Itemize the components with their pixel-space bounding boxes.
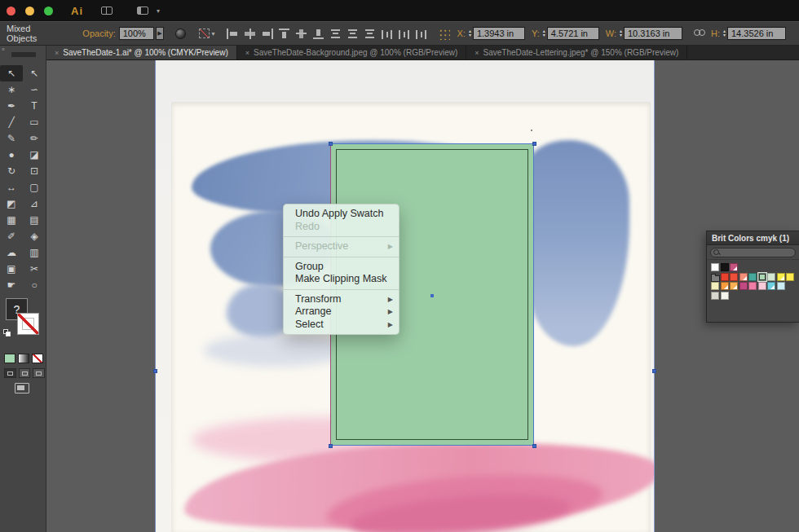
color-swatch[interactable] [786, 273, 794, 281]
color-swatch[interactable] [767, 273, 775, 281]
perspective-grid-tool[interactable]: ⊿ [23, 196, 46, 212]
blob-brush-tool[interactable]: ● [0, 147, 23, 163]
free-transform-tool[interactable]: ▢ [23, 179, 46, 196]
color-swatch[interactable] [721, 282, 729, 290]
color-swatch[interactable] [777, 282, 785, 290]
rotate-tool[interactable]: ↻ [0, 163, 23, 179]
opacity-dropdown-button[interactable]: ▶ [156, 27, 165, 40]
color-swatch[interactable] [758, 282, 766, 290]
h-stepper[interactable]: ▴▾ [723, 29, 726, 37]
window-icon[interactable] [101, 7, 113, 15]
color-swatch[interactable] [739, 282, 748, 290]
stroke-indicator[interactable] [17, 313, 39, 335]
group-menu-item[interactable]: Group [284, 261, 399, 274]
direct-selection-tool[interactable]: ↖ [23, 65, 46, 81]
color-button[interactable] [4, 354, 15, 363]
paintbrush-tool[interactable]: ✎ [0, 130, 23, 147]
width-tool[interactable]: ↔ [0, 179, 23, 196]
panel-grip[interactable] [11, 52, 36, 57]
slice-tool[interactable]: ✂ [23, 261, 46, 277]
gradient-tool[interactable]: ▤ [23, 212, 46, 228]
color-swatch[interactable] [730, 282, 738, 290]
align-horizontal-center-icon[interactable] [244, 29, 256, 39]
distribute-vertical-top-icon[interactable] [329, 29, 342, 39]
select-menu-item[interactable]: Select▶ [284, 319, 399, 332]
arrange-menu-item[interactable]: Arrange▶ [284, 306, 399, 319]
pen-tool[interactable]: ✒ [0, 98, 23, 114]
lasso-tool[interactable]: ∽ [23, 81, 46, 98]
selection-handle[interactable] [153, 369, 157, 373]
x-stepper[interactable]: ▴▾ [469, 29, 471, 37]
selection-center-point[interactable] [430, 294, 434, 297]
close-tab-icon[interactable]: × [475, 49, 479, 57]
document-tab[interactable]: ×SaveTheDate-Background.jpeg @ 100% (RGB… [237, 46, 467, 59]
draw-inside-mode-button[interactable] [33, 368, 45, 378]
color-swatch[interactable] [721, 263, 729, 271]
align-vertical-top-icon[interactable] [278, 29, 290, 39]
y-field[interactable]: 4.5721 in [547, 27, 599, 40]
color-swatch[interactable] [730, 273, 738, 281]
document-tab[interactable]: ×SaveTheDate-1.ai* @ 100% (CMYK/Preview) [46, 46, 237, 59]
color-swatch[interactable] [767, 282, 775, 290]
w-stepper[interactable]: ▴▾ [620, 29, 622, 37]
mesh-tool[interactable]: ▦ [0, 212, 23, 228]
rectangle-tool[interactable]: ▭ [23, 114, 46, 130]
undo-apply-swatch-menu-item[interactable]: Undo Apply Swatch [284, 208, 399, 221]
color-swatch[interactable] [711, 263, 719, 271]
x-field[interactable]: 1.3943 in [473, 27, 525, 40]
distribute-horizontal-left-icon[interactable] [381, 29, 393, 39]
color-swatch[interactable] [711, 292, 719, 300]
align-horizontal-right-icon[interactable] [261, 29, 273, 39]
distribute-vertical-center-icon[interactable] [347, 29, 359, 39]
color-swatch[interactable] [777, 273, 785, 281]
minimize-window-button[interactable] [25, 7, 34, 15]
shape-builder-tool[interactable]: ◩ [0, 196, 23, 212]
selection-handle[interactable] [652, 369, 656, 373]
color-swatch[interactable] [748, 282, 757, 290]
color-swatch[interactable] [748, 273, 757, 281]
screen-mode-button[interactable] [15, 383, 29, 394]
y-stepper[interactable]: ▴▾ [543, 29, 545, 37]
h-field[interactable]: 14.3526 in [727, 27, 786, 40]
opacity-field[interactable]: 100% [119, 27, 154, 40]
type-tool[interactable]: T [23, 98, 46, 114]
color-swatch[interactable] [721, 292, 729, 300]
color-swatch[interactable] [721, 273, 729, 281]
none-button[interactable] [32, 354, 43, 363]
eyedropper-tool[interactable]: ✐ [0, 228, 23, 244]
draw-normal-mode-button[interactable] [4, 368, 16, 378]
close-window-button[interactable] [7, 7, 15, 15]
swatch-search-input[interactable] [710, 248, 796, 257]
transform-menu-item[interactable]: Transform▶ [284, 293, 399, 306]
gradient-button[interactable] [18, 354, 29, 363]
symbol-sprayer-tool[interactable]: ☁ [0, 244, 23, 261]
selection-handle[interactable] [532, 142, 536, 146]
color-group-folder-icon[interactable] [711, 273, 719, 281]
hand-tool[interactable]: ☛ [0, 277, 23, 293]
color-swatch[interactable] [739, 273, 748, 281]
make-clipping-mask-menu-item[interactable]: Make Clipping Mask [284, 273, 399, 286]
zoom-window-button[interactable] [44, 7, 53, 15]
collapse-panel-icon[interactable]: « [2, 46, 4, 52]
artboard-tool[interactable]: ▣ [0, 261, 23, 277]
distribute-horizontal-right-icon[interactable] [415, 29, 427, 39]
align-vertical-center-icon[interactable] [295, 29, 307, 39]
color-swatch[interactable] [730, 263, 738, 271]
transform-grid-icon[interactable] [438, 28, 450, 40]
eraser-tool[interactable]: ◪ [23, 147, 46, 163]
document-tab[interactable]: ×SaveTheDate-Lettering.jpeg* @ 150% (RGB… [466, 46, 687, 59]
align-horizontal-left-icon[interactable] [227, 29, 239, 39]
chevron-down-icon[interactable]: ▾ [211, 30, 214, 37]
draw-behind-mode-button[interactable] [19, 368, 31, 378]
pencil-tool[interactable]: ✏ [23, 130, 46, 147]
align-vertical-bottom-icon[interactable] [312, 29, 324, 39]
w-field[interactable]: 10.3163 in [624, 27, 682, 40]
default-fill-stroke-icon[interactable] [3, 329, 11, 336]
recolor-artwork-icon[interactable] [175, 29, 186, 39]
color-swatch[interactable] [711, 282, 719, 290]
style-chip-icon[interactable] [199, 29, 210, 38]
workspace-layout-icon[interactable] [137, 7, 148, 15]
distribute-horizontal-center-icon[interactable] [398, 29, 410, 39]
selected-swatch[interactable] [758, 273, 766, 281]
swatches-panel-title[interactable]: Brit Colors cmyk (1) [707, 231, 799, 245]
